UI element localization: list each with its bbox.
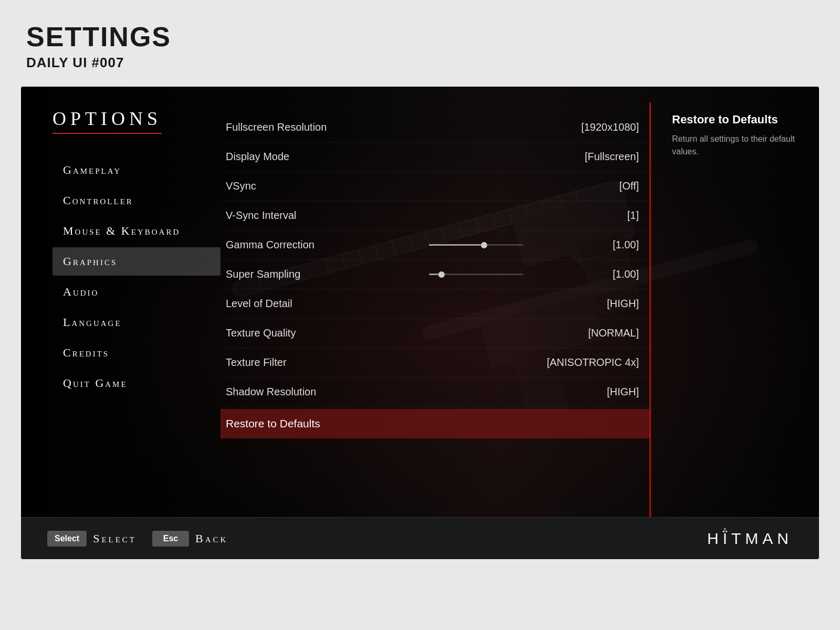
- setting-name-fullscreen-res: Fullscreen Resolution: [226, 121, 534, 133]
- setting-row-vsync-interval[interactable]: V-Sync Interval [1]: [220, 201, 649, 230]
- setting-name-vsync: VSync: [226, 180, 534, 192]
- page-header: SETTINGS DAILY UI #007: [0, 0, 840, 87]
- setting-value-shadow-res: [HIGH]: [534, 386, 639, 398]
- game-container: OPTIONS Gameplay Controller Mouse & Keyb…: [21, 87, 819, 559]
- sidebar-item-label-gameplay: Gameplay: [63, 163, 121, 176]
- setting-name-vsync-interval: V-Sync Interval: [226, 209, 534, 222]
- sidebar-item-quit-game[interactable]: Quit Game: [52, 369, 220, 397]
- setting-value-texture-quality: [NORMAL]: [534, 327, 639, 339]
- setting-row-fullscreen-res[interactable]: Fullscreen Resolution [1920x1080]: [220, 113, 649, 142]
- settings-panel: Fullscreen Resolution [1920x1080] Displa…: [220, 108, 649, 517]
- options-logo: OPTIONS: [52, 108, 220, 130]
- sidebar-item-label-controller: Controller: [63, 194, 133, 207]
- vertical-separator: [649, 102, 651, 517]
- right-panel: Restore to Defaults Return all settings …: [651, 108, 819, 517]
- setting-value-super-sampling: [1.00]: [534, 268, 639, 280]
- gamma-slider[interactable]: [429, 244, 523, 246]
- restore-description: Return all settings to their default val…: [672, 133, 798, 158]
- setting-value-vsync: [Off]: [534, 180, 639, 192]
- setting-value-display-mode: [Fullscreen]: [534, 151, 639, 163]
- super-sampling-slider[interactable]: [429, 274, 523, 275]
- select-key-badge: Select: [47, 531, 87, 547]
- setting-row-shadow-res[interactable]: Shadow Resolution [HIGH]: [220, 377, 649, 407]
- sidebar-item-gameplay[interactable]: Gameplay: [52, 156, 220, 184]
- page-subtitle: DAILY UI #007: [26, 55, 814, 71]
- key-hint-select: Select Select: [47, 531, 136, 547]
- sidebar-item-mouse-keyboard[interactable]: Mouse & Keyboard: [52, 217, 220, 245]
- setting-value-vsync-interval: [1]: [534, 209, 639, 222]
- setting-row-lod[interactable]: Level of Detail [HIGH]: [220, 289, 649, 319]
- bottom-bar: Select Select Esc Back HÏ†TMAN: [21, 517, 819, 559]
- setting-name-texture-filter: Texture Filter: [226, 356, 534, 369]
- sidebar: OPTIONS Gameplay Controller Mouse & Keyb…: [21, 108, 220, 517]
- settings-list: Fullscreen Resolution [1920x1080] Displa…: [220, 113, 649, 517]
- setting-name-texture-quality: Texture Quality: [226, 327, 534, 339]
- setting-name-super-sampling: Super Sampling: [226, 268, 429, 280]
- esc-key-badge: Esc: [152, 531, 189, 547]
- setting-row-super-sampling[interactable]: Super Sampling [1.00]: [220, 260, 649, 289]
- setting-name-lod: Level of Detail: [226, 298, 534, 310]
- setting-row-texture-quality[interactable]: Texture Quality [NORMAL]: [220, 319, 649, 348]
- sidebar-item-label-credits: Credits: [63, 346, 109, 359]
- setting-value-fullscreen-res: [1920x1080]: [534, 121, 639, 133]
- options-title-text: OPTIONS: [52, 108, 162, 130]
- setting-name-gamma: Gamma Correction: [226, 239, 429, 251]
- super-sampling-slider-thumb: [438, 271, 445, 278]
- hitman-logo: HÏ†TMAN: [707, 530, 793, 548]
- sidebar-item-credits[interactable]: Credits: [52, 339, 220, 367]
- setting-value-lod: [HIGH]: [534, 298, 639, 310]
- setting-name-display-mode: Display Mode: [226, 151, 534, 163]
- setting-value-gamma: [1.00]: [534, 239, 639, 251]
- setting-value-texture-filter: [ANISOTROPIC 4x]: [534, 356, 639, 369]
- sidebar-item-label-graphics: Graphics: [63, 255, 117, 268]
- sidebar-item-graphics[interactable]: Graphics: [52, 247, 220, 276]
- sidebar-item-label-quit-game: Quit Game: [63, 376, 128, 390]
- select-key-label: Select: [93, 532, 136, 545]
- sidebar-item-audio[interactable]: Audio: [52, 278, 220, 306]
- sidebar-item-controller[interactable]: Controller: [52, 186, 220, 215]
- sidebar-item-label-mouse-keyboard: Mouse & Keyboard: [63, 224, 180, 237]
- restore-title: Restore to Defaults: [672, 113, 798, 127]
- sidebar-item-label-language: Language: [63, 316, 122, 329]
- sidebar-item-language[interactable]: Language: [52, 308, 220, 337]
- setting-row-vsync[interactable]: VSync [Off]: [220, 172, 649, 201]
- nav-menu: Gameplay Controller Mouse & Keyboard Gra…: [52, 156, 220, 397]
- bottom-controls: Select Select Esc Back: [47, 531, 707, 547]
- setting-row-texture-filter[interactable]: Texture Filter [ANISOTROPIC 4x]: [220, 348, 649, 377]
- key-hint-back: Esc Back: [152, 531, 228, 547]
- restore-defaults-label: Restore to Defaults: [226, 417, 639, 430]
- restore-defaults-button[interactable]: Restore to Defaults: [220, 409, 649, 438]
- sidebar-item-label-audio: Audio: [63, 285, 99, 298]
- back-key-label: Back: [195, 532, 228, 545]
- page-title: SETTINGS: [26, 21, 814, 52]
- setting-row-display-mode[interactable]: Display Mode [Fullscreen]: [220, 142, 649, 172]
- gamma-slider-thumb: [481, 242, 487, 248]
- setting-row-gamma[interactable]: Gamma Correction [1.00]: [220, 230, 649, 260]
- setting-name-shadow-res: Shadow Resolution: [226, 386, 534, 398]
